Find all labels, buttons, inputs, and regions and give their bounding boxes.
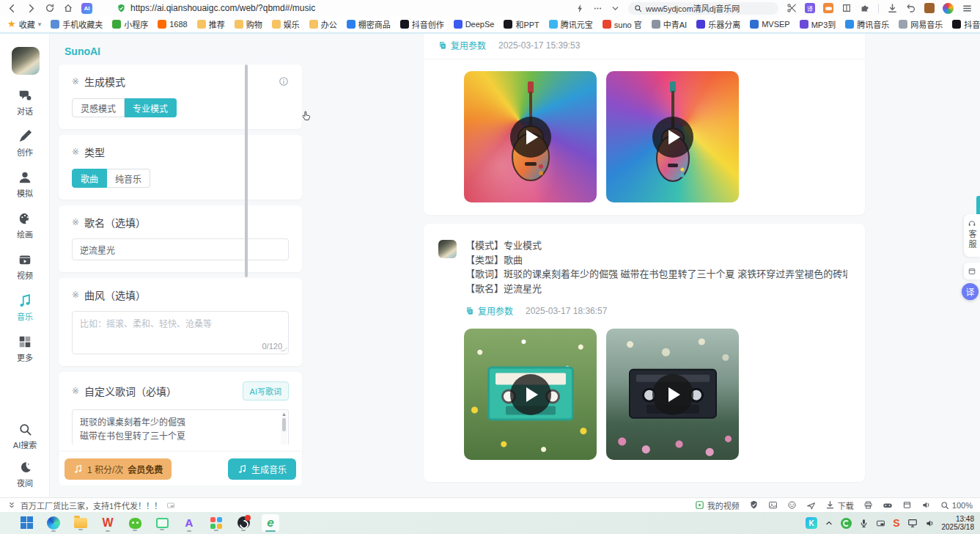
chevron-down-icon[interactable] [611, 4, 620, 13]
side-tab-handle[interactable] [976, 196, 980, 216]
shield-icon[interactable] [749, 500, 759, 510]
mode-option-inspiration[interactable]: 灵感模式 [72, 98, 125, 117]
window-icon[interactable] [902, 500, 912, 510]
type-option-song[interactable]: 歌曲 [72, 169, 107, 188]
browser-search-value[interactable]: www5ydjcom清风dj音乐网 [646, 2, 740, 14]
sidebar-item-ai-search[interactable]: AI搜索 [0, 423, 50, 450]
speaker-icon[interactable] [921, 500, 931, 510]
scroll-up-arrow-icon[interactable]: ▲ [281, 411, 287, 417]
bookmark-item[interactable]: 购物 [235, 18, 262, 30]
bookmark-item[interactable]: 腾讯音乐 [845, 18, 889, 30]
image-icon[interactable] [768, 500, 778, 510]
start-button[interactable] [18, 514, 35, 529]
tray-green-app-icon[interactable] [841, 518, 852, 529]
avatar[interactable] [12, 47, 40, 75]
credit-cost-button[interactable]: 1 积分/次 会员免费 [65, 458, 172, 480]
bookmark-item[interactable]: 推荐 [197, 18, 225, 30]
home-icon[interactable] [63, 3, 73, 13]
bookmark-item[interactable]: 小程序 [112, 18, 148, 30]
taskbar-wechat[interactable] [126, 514, 144, 531]
taskbar-browser-active[interactable]: e [262, 514, 279, 532]
ai-write-lyrics-button[interactable]: AI写歌词 [243, 381, 289, 400]
bookmark-item[interactable]: 乐器分离 [696, 18, 740, 30]
sidebar-item-simulate[interactable]: 模拟 [0, 170, 50, 199]
sidebar-item-night-mode[interactable]: 夜间 [0, 461, 50, 489]
mini-window-button[interactable] [964, 263, 980, 279]
play-button[interactable] [510, 374, 551, 415]
translate-extension-icon[interactable]: 译 [805, 3, 815, 13]
bookmark-item[interactable]: 腾讯元宝 [549, 18, 593, 30]
lyrics-scrollbar[interactable]: ▲ [281, 411, 287, 445]
album-art-cassette-2[interactable] [606, 329, 739, 460]
network-monitor-icon[interactable] [907, 518, 918, 528]
tray-s-app-icon[interactable]: S [893, 517, 899, 529]
style-textarea[interactable] [73, 312, 288, 351]
taskbar-explorer[interactable] [72, 514, 89, 530]
bookmark-item[interactable]: DeepSe [454, 20, 495, 29]
taskbar-wps[interactable]: W [99, 514, 117, 532]
customer-service-button[interactable]: 客服 [964, 214, 980, 257]
more-dots-icon[interactable] [593, 4, 603, 13]
url-text[interactable]: https://ai.qianshouaigc.com/web/?qbmd#/m… [130, 3, 315, 13]
bookmark-item[interactable]: 办公 [309, 18, 337, 30]
rocket-icon[interactable] [806, 500, 816, 510]
forward-icon[interactable] [26, 3, 37, 14]
play-button[interactable] [510, 117, 551, 158]
taskbar-clock[interactable]: 13:48 2025/3/18 [942, 515, 975, 531]
refresh-icon[interactable] [45, 3, 55, 13]
downloads-icon[interactable] [887, 3, 898, 14]
reader-mode-icon[interactable] [841, 3, 852, 13]
scrollbar-thumb[interactable] [282, 418, 286, 431]
workspace-icon[interactable] [924, 3, 935, 13]
sidebar-item-video[interactable]: 视频 [0, 252, 50, 281]
printer-icon[interactable] [863, 500, 873, 510]
bookmark-item[interactable]: 和PPT [504, 18, 539, 30]
my-videos-button[interactable]: 我的视频 [695, 500, 740, 511]
bookmark-item[interactable]: 手机收藏夹 [51, 18, 103, 30]
bookmark-item[interactable]: 棚密商品 [347, 18, 391, 30]
taskbar-obs[interactable] [235, 514, 252, 531]
bookmark-item[interactable]: 1688 [158, 20, 187, 29]
tray-expand-icon[interactable] [825, 519, 833, 527]
lightning-icon[interactable] [575, 4, 585, 13]
taskbar-colorgrid-app[interactable] [207, 514, 225, 531]
sidebar-item-chat[interactable]: 对话 [0, 88, 50, 117]
tray-k-app-icon[interactable]: K [806, 517, 817, 529]
bookmark-item[interactable]: MVSEP [750, 20, 790, 29]
undo-icon[interactable] [906, 3, 916, 13]
panel-scrollbar-thumb[interactable] [245, 65, 248, 277]
gamepad-icon[interactable] [883, 500, 893, 511]
type-option-instrumental[interactable]: 纯音乐 [107, 169, 150, 188]
bookmark-item[interactable]: suno 官 [603, 18, 642, 30]
sidebar-item-music[interactable]: 音乐 [0, 293, 50, 322]
download-button[interactable]: 下载 [825, 500, 854, 511]
sidebar-item-create[interactable]: 创作 [0, 129, 50, 158]
microphone-icon[interactable] [859, 519, 869, 528]
double-chevron-down-icon[interactable] [7, 501, 16, 510]
bookmark-item[interactable]: 抖音音乐 [952, 18, 980, 30]
profile-avatar-icon[interactable] [943, 3, 954, 14]
translate-float-button[interactable]: 译 [962, 283, 979, 300]
volume-icon[interactable] [925, 519, 935, 528]
play-button[interactable] [652, 374, 693, 415]
smiley-icon[interactable] [787, 500, 797, 510]
album-art-cassette-1[interactable] [464, 329, 597, 460]
reuse-params-link[interactable]: 复用参数 [438, 39, 486, 51]
song-name-input[interactable] [72, 238, 289, 260]
remote-desktop-icon[interactable] [876, 519, 885, 528]
zoom-control[interactable]: 100% [940, 501, 973, 510]
pip-icon[interactable] [166, 501, 175, 510]
extensions-puzzle-icon[interactable] [860, 3, 870, 13]
mode-option-professional[interactable]: 专业模式 [125, 98, 177, 117]
game-extension-icon[interactable] [823, 3, 833, 13]
taskbar-a-app[interactable]: A [180, 514, 198, 532]
browser-ai-icon[interactable]: AI [81, 3, 92, 14]
bookmark-item[interactable]: MP3到 [800, 18, 836, 30]
generate-music-button[interactable]: 生成音乐 [228, 458, 296, 480]
browser-search-box[interactable]: www5ydjcom清风dj音乐网 [628, 2, 778, 15]
bookmark-item[interactable]: 抖音创作 [400, 18, 444, 30]
back-icon[interactable] [7, 3, 18, 14]
play-button[interactable] [652, 117, 693, 158]
info-icon[interactable] [279, 76, 289, 87]
lyrics-textarea[interactable]: 斑驳的课桌刻着年少的倔强 磁带在书包里转了三十个夏 滚铁环穿过弄堂褪色的砖墙 [73, 410, 288, 445]
